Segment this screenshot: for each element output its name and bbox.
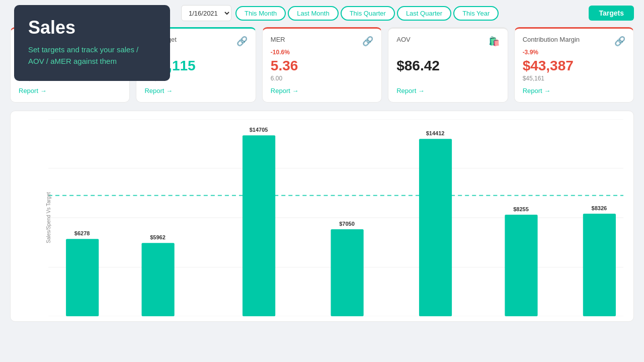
svg-text:$7050: $7050 xyxy=(339,221,355,227)
tab-last-month[interactable]: Last Month xyxy=(288,6,338,21)
card-sales-report[interactable]: Report → xyxy=(19,87,47,95)
svg-rect-21 xyxy=(505,215,537,316)
svg-rect-11 xyxy=(66,239,99,316)
svg-rect-15 xyxy=(243,135,275,316)
card-mer-subtitle: 6.00 xyxy=(271,75,373,82)
card-aov-change xyxy=(396,49,499,56)
chart-svg: $16000 $12000 $8000 $4000 $0 $6278 $5962 xyxy=(48,119,623,316)
targets-button[interactable]: Targets xyxy=(589,6,634,21)
svg-text:$8255: $8255 xyxy=(513,206,529,212)
svg-text:$14412: $14412 xyxy=(426,130,445,136)
tab-this-month[interactable]: This Month xyxy=(235,6,286,21)
svg-text:$6278: $6278 xyxy=(74,230,90,236)
card-aov-title: AOV xyxy=(396,36,410,43)
card-aov-report[interactable]: Report → xyxy=(396,87,425,95)
filter-tabs: This Month Last Month This Quarter Last … xyxy=(235,6,499,21)
card-aov-subtitle xyxy=(396,75,499,82)
svg-rect-19 xyxy=(419,139,452,316)
card-mer-header: MER 🔗 xyxy=(271,36,373,47)
card-spend-icon: 🔗 xyxy=(236,36,248,47)
date-select[interactable]: 1/16/2021 xyxy=(181,5,231,21)
topbar-left: 1/16/2021 This Month Last Month This Qua… xyxy=(181,5,499,21)
card-aov: AOV 🛍️ $86.42 Report → xyxy=(388,27,508,103)
svg-text:$8326: $8326 xyxy=(592,205,607,211)
card-mer-change: -10.6% xyxy=(271,49,373,56)
card-aov-icon: 🛍️ xyxy=(489,36,500,47)
tab-last-quarter[interactable]: Last Quarter xyxy=(397,6,451,21)
card-aov-value: $86.42 xyxy=(396,58,499,74)
card-cm-title: Contribution Margin xyxy=(523,36,580,43)
card-cm-icon: 🔗 xyxy=(614,36,625,47)
tooltip-description: Set targets and track your sales / AOV /… xyxy=(28,44,156,67)
svg-text:$14705: $14705 xyxy=(250,127,268,133)
card-cm-value: $43,387 xyxy=(523,58,625,74)
card-cm-report[interactable]: Report → xyxy=(523,87,551,95)
tab-this-quarter[interactable]: This Quarter xyxy=(341,6,395,21)
svg-rect-13 xyxy=(141,243,174,316)
card-mer-title: MER xyxy=(271,36,285,43)
card-spend-report[interactable]: Report → xyxy=(144,87,173,95)
y-axis-label: Sales/Spend Vs Target xyxy=(46,192,51,243)
tab-this-year[interactable]: This Year xyxy=(453,6,499,21)
card-mer-report[interactable]: Report → xyxy=(271,87,299,95)
tooltip-panel: Sales Set targets and track your sales /… xyxy=(14,5,170,81)
svg-text:$5962: $5962 xyxy=(150,234,166,240)
card-cm-change: -3.9% xyxy=(523,49,625,56)
tooltip-title: Sales xyxy=(28,17,156,38)
card-mer-icon: 🔗 xyxy=(362,36,373,47)
card-aov-header: AOV 🛍️ xyxy=(396,36,499,47)
svg-rect-17 xyxy=(331,229,363,316)
card-cm-header: Contribution Margin 🔗 xyxy=(523,36,625,47)
chart-container: Sales/Spend Vs Target $16000 $12000 $800… xyxy=(10,111,634,322)
svg-rect-23 xyxy=(583,214,616,316)
card-mer-value: 5.36 xyxy=(271,58,373,74)
card-cm-subtitle: $45,161 xyxy=(523,75,625,82)
card-cm: Contribution Margin 🔗 -3.9% $43,387 $45,… xyxy=(514,27,634,103)
card-mer: MER 🔗 -10.6% 5.36 6.00 Report → xyxy=(262,27,382,103)
